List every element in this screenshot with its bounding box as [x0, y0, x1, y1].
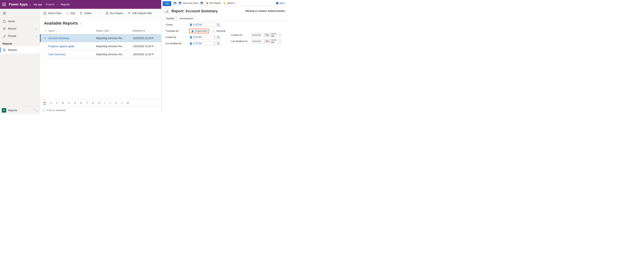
- lookup-search-icon[interactable]: 🔍: [217, 42, 220, 45]
- alpha-filter[interactable]: M: [127, 102, 129, 104]
- alpha-filter[interactable]: K: [115, 102, 117, 104]
- sidebar-item-label: Reports: [8, 49, 17, 51]
- show-chart-button[interactable]: Show Chart: [42, 11, 63, 16]
- alpha-filter[interactable]: I: [104, 102, 105, 104]
- modified-on-date[interactable]: 10/3/2020: [251, 39, 264, 43]
- alpha-filter[interactable]: D: [74, 102, 76, 104]
- edit-button[interactable]: Edit: [64, 11, 77, 16]
- table-row[interactable]: Progress against goals Reporting Service…: [40, 42, 161, 50]
- radio-organization[interactable]: Organization: [189, 29, 209, 33]
- alpha-filter[interactable]: E: [80, 102, 82, 104]
- file-button[interactable]: File: [163, 1, 171, 6]
- alpha-filter[interactable]: C: [68, 102, 70, 104]
- select-all-checkbox[interactable]: ✓: [42, 29, 48, 32]
- row-name-link[interactable]: Account Summary: [48, 37, 69, 40]
- row-name-link[interactable]: Progress against goals: [48, 45, 74, 48]
- person-icon: 👤: [190, 24, 192, 26]
- col-label: Name: [48, 29, 55, 32]
- col-header-name[interactable]: Name ↑ ⌄: [48, 29, 96, 32]
- date-picker-button[interactable]: 📅▾: [264, 39, 270, 43]
- modified-on-label: Last Modified On: [231, 40, 251, 43]
- sidebar-item-label: Pinned: [8, 35, 16, 38]
- pin-icon: [2, 34, 6, 38]
- chevron-down-icon[interactable]: ⌄: [80, 22, 82, 25]
- lookup-search-icon[interactable]: 🔍: [217, 36, 220, 39]
- save-button[interactable]: [174, 2, 176, 5]
- alpha-filter-all[interactable]: All: [43, 101, 46, 105]
- hamburger-button[interactable]: [0, 9, 40, 18]
- breadcrumb-1[interactable]: Reports: [46, 3, 55, 6]
- actions-menu[interactable]: Actions ▾: [223, 2, 236, 5]
- help-link[interactable]: ? Help ▾: [276, 2, 286, 5]
- radio-individual-input[interactable]: [212, 30, 215, 33]
- alpha-filter[interactable]: #: [50, 102, 52, 104]
- chevron-down-icon: ▾: [280, 40, 280, 42]
- check-icon: ✓: [44, 37, 46, 40]
- button-label: Run Report: [210, 2, 221, 5]
- date-picker-button[interactable]: 📅▾: [264, 33, 270, 37]
- chevron-updown-icon[interactable]: ⌃⌄: [34, 109, 38, 112]
- owner-lookup[interactable]: 👤 SYSTEM 🔍: [189, 23, 220, 27]
- alpha-filter[interactable]: B: [62, 102, 64, 104]
- alpha-filter[interactable]: A: [56, 102, 58, 104]
- clock-icon: [2, 27, 6, 30]
- sidebar: Home Recent ⌄ Pinned ⌄ Reports: [0, 9, 40, 114]
- row-type: Reporting Services Re...: [96, 45, 133, 48]
- main-area: Show Chart Edit Delete ⌄ Run Report: [40, 9, 161, 114]
- delete-split-button[interactable]: ⌄: [97, 11, 103, 16]
- sidebar-item-home[interactable]: Home: [0, 18, 40, 25]
- col-header-modified[interactable]: Modified On ⌄: [133, 29, 159, 32]
- alpha-filter[interactable]: F: [86, 102, 88, 104]
- chevron-down-icon[interactable]: ⌄: [29, 3, 31, 6]
- modified-by-lookup[interactable]: 👤 SYSTEM ▲▼ 🔍: [189, 42, 220, 46]
- run-report-ribbon-button[interactable]: Run Report: [206, 2, 221, 5]
- save-as-button[interactable]: [200, 2, 203, 5]
- chevron-down-icon[interactable]: ⌄: [36, 35, 37, 37]
- created-on-time[interactable]: 10:23 PM▾: [270, 33, 281, 37]
- sidebar-section-title: Reports: [0, 40, 40, 46]
- alpha-filter[interactable]: L: [121, 102, 122, 104]
- alpha-filter[interactable]: H: [98, 102, 100, 104]
- chevron-down-icon[interactable]: ⌄: [59, 30, 60, 32]
- alpha-filter[interactable]: J: [110, 102, 111, 104]
- myapp-link[interactable]: My app: [34, 3, 42, 6]
- table-row[interactable]: ✓ Account Summary Reporting Services Re.…: [40, 34, 161, 42]
- alpha-filter[interactable]: G: [92, 102, 94, 104]
- tab-general[interactable]: General: [164, 16, 177, 21]
- row-checkbox[interactable]: ✓: [42, 37, 48, 40]
- breadcrumb-2[interactable]: Reports: [61, 3, 70, 6]
- col-label: Modified On: [133, 29, 146, 32]
- sidebar-footer[interactable]: R Reports ⌃⌄: [0, 106, 40, 114]
- delete-button[interactable]: Delete: [78, 11, 93, 16]
- chevron-down-icon: ▾: [285, 2, 286, 4]
- alpha-filter-bar: All # A B C D E F G H I J K L M: [40, 100, 161, 106]
- svg-point-11: [202, 2, 203, 3]
- svg-rect-10: [201, 3, 203, 4]
- app-name[interactable]: Power Apps ⌄: [9, 3, 31, 7]
- run-report-button[interactable]: Run Report: [104, 11, 125, 16]
- viewable-by-label: *Viewable By: [165, 30, 189, 32]
- table-row[interactable]: User Summary Reporting Services Re... 10…: [40, 50, 161, 58]
- lookup-search-icon[interactable]: 🔍: [217, 23, 220, 26]
- created-by-lookup[interactable]: 👤 SYSTEM ▲▼ 🔍: [189, 35, 220, 39]
- sidebar-item-reports[interactable]: Reports: [0, 46, 40, 54]
- radio-individual[interactable]: Individual: [212, 30, 226, 33]
- save-and-close-button[interactable]: Save and Close: [178, 2, 198, 5]
- app-launcher-icon[interactable]: [2, 2, 6, 7]
- row-name-link[interactable]: User Summary: [48, 53, 66, 56]
- chevron-down-icon[interactable]: ⌄: [36, 27, 37, 30]
- tab-administration[interactable]: Administration: [177, 16, 196, 21]
- modified-on-time[interactable]: 10:23 PM▾: [270, 39, 281, 43]
- chevron-down-icon[interactable]: ⌄: [111, 30, 112, 32]
- created-on-date[interactable]: 10/3/2020: [251, 33, 264, 37]
- edit-default-filter-button[interactable]: Edit Default Filter: [126, 11, 154, 16]
- sidebar-item-recent[interactable]: Recent ⌄: [0, 25, 40, 32]
- spinner-icon[interactable]: ▲▼: [214, 36, 216, 39]
- chevron-down-icon[interactable]: ⌄: [148, 30, 149, 32]
- chevron-down-icon: ▾: [236, 2, 236, 4]
- radio-organization-input[interactable]: [192, 30, 194, 33]
- col-header-type[interactable]: Report Type ⌄: [96, 29, 133, 32]
- sidebar-item-pinned[interactable]: Pinned ⌄: [0, 32, 40, 40]
- spinner-icon[interactable]: ▲▼: [214, 42, 216, 45]
- view-header: Available Reports ⌄: [40, 18, 161, 28]
